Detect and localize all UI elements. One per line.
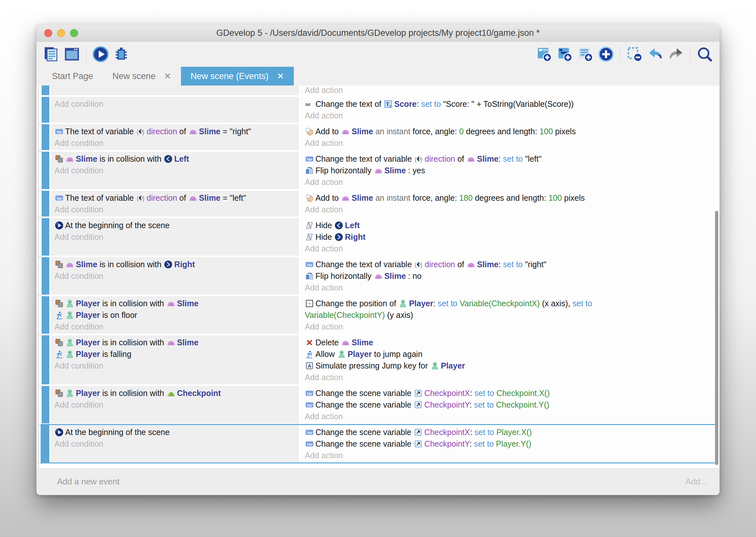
actions-cell[interactable]: VarChange the scene variable CheckpointX… [301,425,715,463]
add-condition-link[interactable]: Add condition [55,137,295,149]
right-circle-icon [334,233,343,241]
add-condition-link[interactable]: Add condition [55,438,295,450]
slime-icon [374,166,383,175]
add-action-link[interactable]: Add action [305,137,711,149]
event-text: The text of variable [65,127,136,136]
conditions-cell[interactable]: VarThe text of variable {}direction of S… [51,124,299,150]
toolbar-left [41,45,132,63]
add-condition-link[interactable]: Add condition [55,399,295,410]
event-indent-bar [42,335,49,384]
conditions-cell[interactable]: At the beginning of the sceneAdd conditi… [51,218,299,256]
event-row[interactable]: Player is in collision with CheckpointAd… [42,386,715,423]
add-action-link[interactable]: Add action [305,321,711,332]
add-action-link[interactable]: Add action [305,450,711,461]
event-text: Change the scene variable [316,439,413,448]
add-condition-link[interactable]: Add condition [55,360,295,371]
event-text: pixels [553,127,576,136]
add-condition-link[interactable]: Add condition [55,98,295,110]
conditions-cell[interactable]: Slime is in collision with RightAdd cond… [51,257,299,295]
conditions-cell[interactable]: Player is in collision with SlimePlayer … [51,335,299,384]
add-condition-link[interactable]: Add condition [55,204,295,215]
add-circle-button[interactable] [597,45,615,63]
add-action-link[interactable]: Add action [305,176,711,188]
event-row[interactable]: Slime is in collision with RightAdd cond… [42,257,715,295]
project-manager-button[interactable] [42,45,61,63]
svg-text:Var: Var [57,196,62,201]
tab-new-scene-events[interactable]: New scene (Events) ✕ [181,67,294,86]
event-row[interactable]: At the beginning of the sceneAdd conditi… [42,218,715,256]
scene-editor-button[interactable] [62,45,81,63]
add-condition-link[interactable]: Add condition [55,165,295,176]
add-condition-link[interactable]: Add condition [55,231,295,243]
tab-close-icon[interactable]: ✕ [164,71,171,81]
actions-cell[interactable]: Add to Slime an instant force, angle: 18… [301,191,715,217]
event-indent-bar [42,425,49,463]
event-tree-line [38,86,39,481]
event-row[interactable]: VarThe text of variable {}direction of S… [42,124,715,150]
toolbar [36,42,720,67]
add-menu-link[interactable]: Add... [685,476,707,487]
actions-cell[interactable]: Add to Slime an instant force, angle: 0 … [301,124,715,150]
play-icon [92,46,109,62]
slime-icon [341,338,350,347]
tab-start-page[interactable]: Start Page [42,67,103,86]
event-text: CheckpointY [424,400,469,409]
actions-cell[interactable]: Change the position of Player: set to Va… [301,296,715,334]
add-action-link[interactable]: Add action [305,204,711,215]
event-row[interactable]: Player is in collision with SlimePlayer … [42,296,715,334]
event-row[interactable]: At the beginning of the sceneAdd conditi… [42,425,715,463]
event-line: VarChange the scene variable CheckpointY… [305,438,711,450]
event-text: : [499,154,503,163]
event-row[interactable]: Add action [42,86,715,95]
event-text: Score [394,100,416,108]
add-action-link[interactable]: Add action [305,110,711,121]
scrollbar-thumb[interactable] [715,211,718,465]
conditions-cell[interactable]: Add condition [51,97,299,123]
add-new-event-link[interactable]: Add a new event [57,476,120,487]
toolbar-right [534,45,715,63]
event-row[interactable]: VarThe text of variable {}direction of S… [42,191,715,217]
search-button[interactable] [695,45,714,63]
actions-cell[interactable]: VarChange the text of variable {}directi… [301,257,715,295]
tab-new-scene[interactable]: New scene ✕ [103,67,181,86]
svg-text:}: } [142,195,144,202]
event-row[interactable]: Add conditiontxtChange the text of TxSco… [42,97,715,123]
force-icon [305,194,314,202]
redo-button[interactable] [667,45,685,63]
play-button[interactable] [91,45,110,63]
actions-cell[interactable]: Hide LeftHide RightAdd action [301,218,715,256]
svg-text:Var: Var [57,130,62,134]
add-action-link[interactable]: Add action [305,371,711,383]
actions-cell[interactable]: VarChange the text of variable {}directi… [301,152,715,189]
conditions-cell[interactable]: Player is in collision with SlimePlayer … [51,296,299,334]
actions-cell[interactable]: Delete SlimeAllow Player to jump againAS… [301,335,715,384]
actions-cell[interactable]: VarChange the scene variable CheckpointX… [301,386,715,423]
add-action-link[interactable]: Add action [305,410,711,422]
add-subevent-button[interactable] [555,45,574,63]
event-line: Delete Slime [305,337,711,348]
collision-icon [55,389,63,397]
debug-button[interactable] [112,45,131,63]
event-line: Player is in collision with Slime [55,337,295,348]
conditions-cell[interactable]: Slime is in collision with LeftAdd condi… [51,152,299,189]
remove-selection-button[interactable] [625,45,644,63]
add-condition-link[interactable]: Add condition [55,321,295,332]
tab-close-icon[interactable]: ✕ [277,71,284,81]
add-action-link[interactable]: Add action [305,282,711,293]
conditions-cell[interactable] [51,86,299,95]
event-indent-bar [42,124,49,150]
event-text: (x axis), [540,299,572,308]
undo-button[interactable] [646,45,665,63]
actions-cell[interactable]: Add action [301,86,715,95]
add-condition-link[interactable]: Add condition [55,270,295,282]
add-action-link[interactable]: Add action [305,86,711,95]
conditions-cell[interactable]: At the beginning of the sceneAdd conditi… [51,425,299,463]
event-row[interactable]: Player is in collision with SlimePlayer … [42,335,715,384]
add-action-link[interactable]: Add action [305,243,711,254]
event-row[interactable]: Slime is in collision with LeftAdd condi… [42,152,715,189]
add-event-button[interactable] [535,45,553,63]
add-comment-button[interactable] [576,45,595,63]
actions-cell[interactable]: txtChange the text of TxScore: set to "S… [301,97,715,123]
conditions-cell[interactable]: VarThe text of variable {}direction of S… [51,191,299,217]
conditions-cell[interactable]: Player is in collision with CheckpointAd… [51,386,299,423]
